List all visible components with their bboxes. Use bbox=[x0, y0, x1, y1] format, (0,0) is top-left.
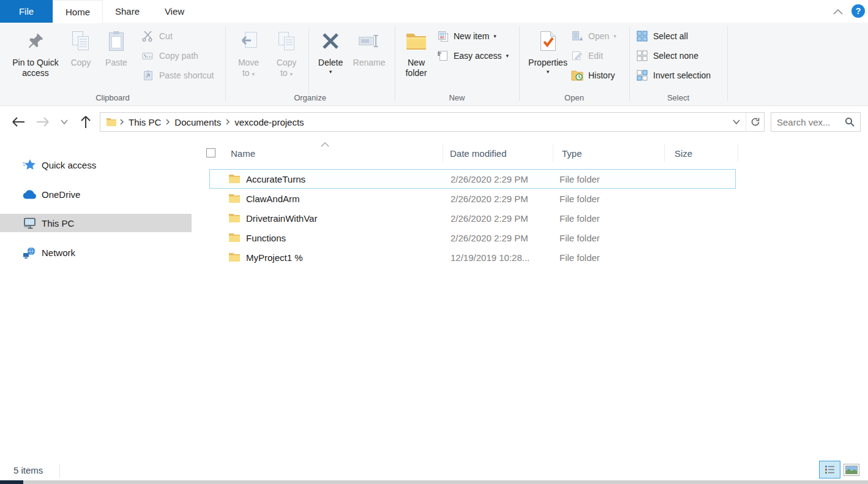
back-icon[interactable] bbox=[9, 113, 28, 131]
cut-button[interactable]: Cut bbox=[141, 28, 173, 44]
group-label-organize: Organize bbox=[225, 93, 395, 102]
tab-view[interactable]: View bbox=[152, 0, 197, 23]
sidebar-item-onedrive[interactable]: OneDrive bbox=[0, 185, 192, 203]
easy-access-button[interactable]: Easy access ▾ bbox=[436, 48, 509, 64]
move-to-icon bbox=[239, 29, 258, 53]
item-count: 5 items bbox=[13, 465, 43, 475]
file-type: File folder bbox=[559, 252, 672, 263]
search-box bbox=[771, 112, 861, 132]
quick-access-star-icon bbox=[22, 159, 37, 171]
history-button[interactable]: History bbox=[571, 67, 615, 83]
file-name: AccurateTurns bbox=[246, 174, 451, 184]
breadcrumb-chevron-icon bbox=[166, 119, 170, 125]
large-icons-view-button[interactable] bbox=[844, 464, 859, 476]
refresh-icon[interactable] bbox=[746, 113, 764, 131]
breadcrumb-this-pc[interactable]: This PC bbox=[127, 117, 163, 127]
paste-button[interactable]: Paste bbox=[100, 26, 133, 101]
address-dropdown-icon[interactable] bbox=[727, 113, 746, 131]
edit-button[interactable]: Edit bbox=[571, 48, 603, 64]
search-input[interactable] bbox=[777, 117, 841, 127]
file-type: File folder bbox=[559, 194, 672, 204]
copy-path-button[interactable]: Copy path bbox=[141, 48, 198, 64]
tab-file[interactable]: File bbox=[0, 0, 53, 23]
open-button[interactable]: Open ▾ bbox=[571, 28, 616, 44]
recent-locations-icon[interactable] bbox=[58, 113, 71, 131]
minimize-ribbon-icon[interactable] bbox=[829, 5, 847, 18]
properties-button[interactable]: Properties ▾ bbox=[526, 26, 569, 101]
sidebar-item-label: Quick access bbox=[42, 160, 96, 170]
group-label-open: Open bbox=[519, 93, 629, 102]
file-type: File folder bbox=[559, 174, 672, 184]
group-divider bbox=[519, 26, 520, 101]
status-divider bbox=[59, 464, 60, 478]
file-type: File folder bbox=[559, 213, 672, 224]
file-row[interactable]: ClawAndArm 2/26/2020 2:29 PM File folder bbox=[209, 189, 736, 208]
file-date-modified: 2/26/2020 2:29 PM bbox=[451, 233, 559, 243]
copy-path-icon bbox=[141, 51, 155, 61]
breadcrumb-documents[interactable]: Documents bbox=[173, 117, 223, 127]
file-row[interactable]: DrivetrainWithVar 2/26/2020 2:29 PM File… bbox=[209, 208, 736, 228]
file-list: Name Date modified Type Size AccurateTur… bbox=[202, 136, 868, 461]
sort-ascending-icon bbox=[321, 138, 329, 149]
tab-share[interactable]: Share bbox=[103, 0, 152, 23]
search-icon[interactable] bbox=[845, 117, 855, 127]
folder-icon bbox=[228, 252, 241, 262]
column-header-name[interactable]: Name bbox=[231, 148, 255, 159]
new-folder-button[interactable]: Newfolder bbox=[398, 26, 435, 101]
window-bottom-edge bbox=[0, 480, 868, 484]
address-folder-icon bbox=[106, 118, 117, 127]
dropdown-caret-icon: ▾ bbox=[493, 34, 496, 39]
sidebar-item-network[interactable]: Network bbox=[0, 243, 192, 262]
pin-to-quick-access-button[interactable]: Pin to Quickaccess bbox=[8, 26, 63, 101]
file-row[interactable]: Functions 2/26/2020 2:29 PM File folder bbox=[209, 228, 736, 248]
file-name: ClawAndArm bbox=[246, 194, 451, 204]
select-none-button[interactable]: Select none bbox=[635, 48, 698, 64]
sidebar-item-this-pc[interactable]: This PC bbox=[0, 214, 192, 232]
sidebar-item-quick-access[interactable]: Quick access bbox=[0, 156, 192, 174]
onedrive-cloud-icon bbox=[22, 189, 37, 199]
details-view-icon bbox=[825, 465, 835, 474]
folder-icon bbox=[228, 194, 241, 203]
rename-button[interactable]: Rename bbox=[349, 26, 389, 101]
column-separator[interactable] bbox=[553, 143, 553, 162]
details-view-button[interactable] bbox=[819, 461, 840, 478]
sidebar-item-label: This PC bbox=[42, 218, 74, 229]
invert-selection-icon bbox=[635, 70, 649, 81]
invert-selection-button[interactable]: Invert selection bbox=[635, 67, 711, 83]
column-header-size[interactable]: Size bbox=[675, 148, 692, 159]
copy-to-button[interactable]: Copyto ▾ bbox=[269, 26, 304, 101]
tab-home[interactable]: Home bbox=[53, 0, 103, 23]
history-icon bbox=[571, 70, 584, 81]
sidebar-item-label: OneDrive bbox=[42, 189, 80, 200]
help-icon[interactable]: ? bbox=[851, 4, 865, 18]
move-to-button[interactable]: Moveto ▾ bbox=[231, 26, 266, 101]
breadcrumb-chevron-icon bbox=[226, 119, 230, 125]
column-header-type[interactable]: Type bbox=[562, 148, 582, 159]
file-row[interactable]: AccurateTurns 2/26/2020 2:29 PM File fol… bbox=[209, 169, 736, 189]
address-bar[interactable]: This PC Documents vexcode-projects bbox=[100, 112, 765, 132]
ribbon: Pin to Quickaccess Copy Paste Cut Copy p… bbox=[0, 23, 868, 106]
new-item-button[interactable]: New item ▾ bbox=[436, 28, 496, 44]
scissors-icon bbox=[141, 31, 155, 42]
delete-x-icon bbox=[321, 29, 340, 53]
select-all-checkbox[interactable] bbox=[206, 148, 215, 157]
large-icons-view-icon bbox=[845, 466, 858, 474]
select-all-button[interactable]: Select all bbox=[635, 28, 688, 44]
column-separator[interactable] bbox=[738, 143, 738, 162]
column-header-date-modified[interactable]: Date modified bbox=[450, 148, 507, 159]
file-name: MyProject1 % bbox=[246, 252, 451, 263]
column-separator[interactable] bbox=[664, 143, 665, 162]
up-icon[interactable] bbox=[76, 113, 95, 131]
paste-shortcut-button[interactable]: Paste shortcut bbox=[141, 67, 214, 83]
column-separator[interactable] bbox=[443, 143, 443, 162]
properties-icon bbox=[539, 29, 556, 53]
button-divider bbox=[309, 29, 309, 96]
rename-icon bbox=[358, 29, 380, 53]
delete-button[interactable]: Delete ▾ bbox=[313, 26, 348, 101]
breadcrumb-vexcode-projects[interactable]: vexcode-projects bbox=[233, 117, 305, 127]
file-date-modified: 12/19/2019 10:28... bbox=[451, 252, 559, 263]
select-all-icon bbox=[635, 31, 649, 42]
forward-icon[interactable] bbox=[33, 113, 53, 131]
copy-button[interactable]: Copy bbox=[64, 26, 97, 101]
file-row[interactable]: MyProject1 % 12/19/2019 10:28... File fo… bbox=[209, 248, 736, 267]
